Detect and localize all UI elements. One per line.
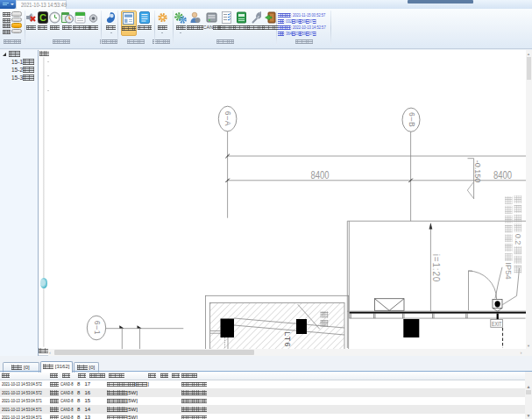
- svg-text:-0.150: -0.150: [473, 160, 482, 183]
- svg-text:LT6: LT6: [283, 331, 292, 347]
- svg-text:8400: 8400: [311, 168, 330, 181]
- svg-text:0.2: 0.2: [514, 234, 522, 245]
- svg-text:6–A: 6–A: [223, 111, 232, 127]
- svg-text:6–B: 6–B: [408, 112, 416, 128]
- svg-text:8400: 8400: [493, 168, 512, 181]
- svg-text:6–1: 6–1: [93, 321, 102, 336]
- svg-text:EXIT: EXIT: [492, 321, 502, 327]
- svg-text:i=1:20: i=1:20: [431, 254, 441, 282]
- svg-text:IP54: IP54: [504, 262, 514, 280]
- svg-text:C: C: [39, 12, 46, 23]
